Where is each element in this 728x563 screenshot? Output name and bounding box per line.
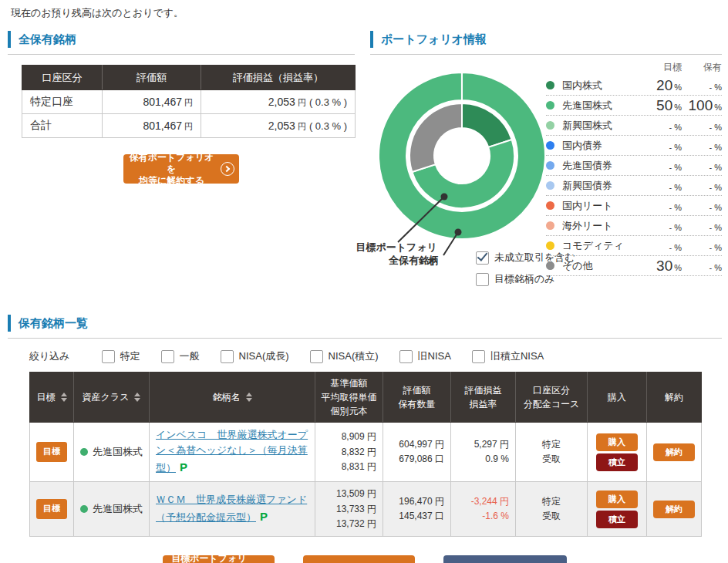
pl-amount: 2,053円( 0.3 % ): [201, 90, 356, 114]
portfolio-info-section: ポートフォリオ情報 目標ポートフォリオ 全保有銘柄 未成立取引を含む 目標銘柄の…: [370, 31, 722, 55]
legend-dot: [546, 81, 554, 89]
holding-value: - %: [682, 117, 722, 134]
filter-nisa-growth-checkbox[interactable]: [221, 350, 234, 363]
sort-icon: [246, 393, 252, 402]
price-cell: 8,909 円 8,832 円 8,831 円: [315, 423, 383, 482]
legend-item: 先進国株式 50% 100%: [546, 96, 722, 116]
filter-tokutei-checkbox[interactable]: [102, 350, 115, 363]
arrow-circle-icon: [221, 162, 234, 176]
col-asset-class[interactable]: 資産クラス: [74, 373, 150, 423]
legend-item: 新興国株式 - % - %: [546, 116, 722, 136]
pl-amount: 2,053円( 0.3 % ): [201, 114, 356, 138]
legend-dot: [546, 261, 554, 270]
holdings-table: 目標 資産クラス 銘柄名 基準価額 平均取得単価 個別元本 評価額 保有数量 評…: [29, 372, 702, 537]
legend-item: コモディティ - % - %: [546, 236, 722, 256]
target-badge-cell: 目標: [30, 423, 74, 482]
holding-value: - %: [682, 157, 722, 174]
target-value: 20%: [634, 77, 682, 94]
target-only-checkbox[interactable]: [476, 273, 489, 286]
section-title-holdings-list: 保有銘柄一覧: [8, 315, 722, 332]
section-divider: [8, 338, 722, 339]
buy-button[interactable]: 購入: [596, 433, 638, 451]
point-icon: P: [260, 507, 268, 526]
section-divider: [8, 54, 355, 55]
holding-value: - %: [682, 137, 722, 154]
legend-item: 国内株式 20% - %: [546, 76, 722, 96]
legend-dot: [546, 181, 554, 190]
legend-dot: [546, 241, 554, 250]
fund-name-cell: ＷＣＭ 世界成長株厳選ファンド（予想分配金提示型）P: [150, 482, 315, 537]
value-cell: 604,997 円 679,086 口: [383, 423, 451, 482]
holdings-header-row: 目標 資産クラス 銘柄名 基準価額 平均取得単価 個別元本 評価額 保有数量 評…: [30, 373, 702, 423]
target-value: - %: [634, 157, 682, 174]
holdings-list-section: 保有銘柄一覧 絞り込み 特定 一般 NISA(成長) NISA(積立) 旧NIS…: [8, 315, 722, 563]
filter-old-nisa: 旧NISA: [399, 349, 451, 363]
legend-dot: [546, 121, 554, 130]
account-type: 合計: [22, 114, 103, 138]
filter-old-nisa-checkbox[interactable]: [399, 350, 413, 363]
filter-old-tsumitate-nisa-checkbox[interactable]: [472, 350, 485, 363]
table-row: 特定口座 801,467円 2,053円( 0.3 % ): [22, 90, 356, 114]
target-value: - %: [634, 238, 682, 255]
buy-cell: 購入 積立: [588, 423, 647, 482]
include-pending-checkbox[interactable]: [476, 251, 489, 265]
section-divider: [370, 54, 722, 55]
col-sell: 解約: [647, 373, 702, 423]
filter-nisa-growth: NISA(成長): [221, 349, 289, 363]
target-badge-cell: 目標: [30, 482, 74, 537]
summary-table: 口座区分 評価額 評価損益（損益率） 特定口座 801,467円 2,053円(…: [22, 65, 356, 138]
legend-dot: [546, 221, 554, 230]
holding-value: - %: [682, 217, 722, 234]
filter-ippan: 一般: [161, 349, 200, 363]
col-price: 基準価額 平均取得単価 個別元本: [315, 373, 383, 423]
holding-value: - %: [682, 197, 722, 214]
section-title-all-holdings: 全保有銘柄: [8, 31, 355, 48]
target-value: - %: [634, 117, 682, 134]
buy-target-portfolio-button[interactable]: 目標ポートフォリオを 購入する: [163, 555, 275, 563]
filter-label: 絞り込み: [29, 349, 70, 363]
rebalance-button[interactable]: リバランスする: [303, 555, 415, 563]
sell-cell: 解約: [647, 482, 702, 537]
pointer-dot-inner: [441, 194, 448, 201]
buy-button[interactable]: 購入: [596, 491, 638, 508]
sort-icon: [61, 393, 67, 402]
asset-legend: 目標 保有 国内株式 20% - % 先進国株式 50% 100% 新興国株式 …: [546, 59, 722, 276]
redeem-portfolio-button[interactable]: 保有ポートフォリオを 均等に解約する: [123, 154, 239, 184]
col-fund-name[interactable]: 銘柄名: [150, 373, 315, 423]
legend-item: その他 30% - %: [546, 256, 722, 276]
portfolio-page: 現在のお預り残高は次のとおりです。 全保有銘柄 口座区分 評価額 評価損益（損益…: [0, 0, 728, 563]
tsumitate-button[interactable]: 積立: [596, 453, 638, 471]
valuation-amount: 801,467円: [103, 114, 201, 138]
legend-item: 国内リート - % - %: [546, 196, 722, 216]
buy-cell: 購入 積立: [588, 482, 647, 537]
tsumitate-button[interactable]: 積立: [596, 511, 638, 528]
target-value: 50%: [634, 97, 682, 114]
valuation-amount: 801,467円: [103, 90, 201, 114]
legend-dot: [546, 101, 554, 110]
fund-review-robo-button[interactable]: 投信見直しロボ: [443, 555, 567, 563]
target-value: - %: [634, 177, 682, 194]
value-cell: 196,470 円 145,437 口: [383, 482, 451, 537]
col-account-type: 口座区分: [22, 66, 103, 90]
asset-class-cell: 先進国株式: [74, 482, 150, 537]
col-valuation: 評価額: [103, 66, 201, 90]
price-cell: 13,509 円 13,733 円 13,732 円: [315, 482, 383, 537]
fund-link[interactable]: ＷＣＭ 世界成長株厳選ファンド（予想分配金提示型）: [156, 494, 307, 523]
col-pl: 評価損益 損益率: [451, 373, 516, 423]
legend-item: 国内債券 - % - %: [546, 136, 722, 156]
fund-link[interactable]: インベスコ 世界厳選株式オープン＜為替ヘッジなし＞（毎月決算型）: [156, 429, 308, 474]
sell-cell: 解約: [647, 423, 702, 482]
donut-segment-outer: [379, 72, 545, 239]
filter-ippan-checkbox[interactable]: [161, 350, 174, 363]
filter-nisa-tsumitate-checkbox[interactable]: [310, 350, 323, 363]
target-badge: 目標: [36, 499, 67, 519]
sell-button[interactable]: 解約: [653, 501, 695, 518]
sell-button[interactable]: 解約: [653, 443, 695, 461]
asset-class-cell: 先進国株式: [74, 423, 150, 482]
col-target[interactable]: 目標: [30, 373, 74, 423]
target-value: 30%: [634, 258, 682, 275]
intro-text: 現在のお預り残高は次のとおりです。: [11, 6, 184, 20]
holding-row: 目標 先進国株式 インベスコ 世界厳選株式オープン＜為替ヘッジなし＞（毎月決算型…: [30, 423, 702, 482]
target-value: - %: [634, 217, 682, 234]
filter-old-tsumitate-nisa: 旧積立NISA: [472, 349, 544, 363]
